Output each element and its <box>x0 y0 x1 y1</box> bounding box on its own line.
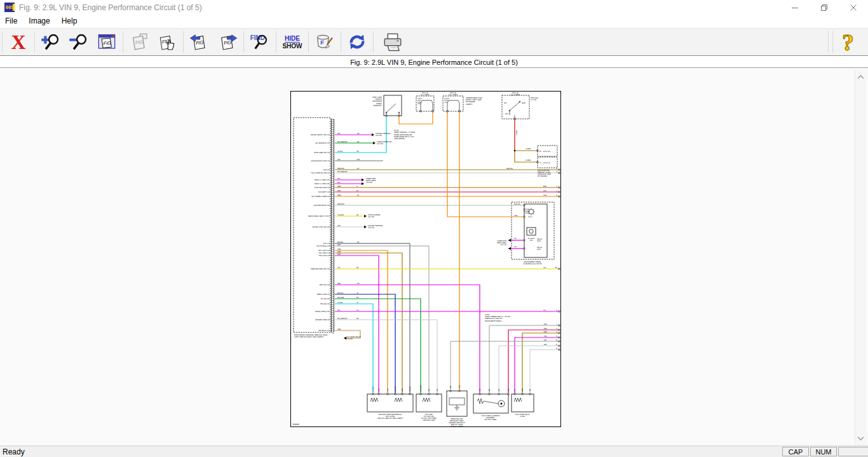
fit-figure-window-button[interactable]: FIG <box>93 30 121 54</box>
clean-view-button[interactable]: F <box>311 30 339 54</box>
svg-text:CRUISE ON/OFF SW C/R: CRUISE ON/OFF SW C/R <box>310 134 330 136</box>
zoom-out-icon <box>68 32 90 52</box>
svg-text:O2 SIG C/R: O2 SIG C/R <box>321 298 330 300</box>
svg-text:F: F <box>320 39 324 46</box>
find-icon: FIND <box>248 32 272 52</box>
svg-text:EST BYPASS C/R: EST BYPASS C/R <box>316 245 330 247</box>
svg-text:CRUISE CTRL SIG C/R: CRUISE CTRL SIG C/R <box>312 226 330 228</box>
svg-text:GRY: GRY <box>544 324 548 325</box>
minimize-icon <box>789 2 801 13</box>
help-button[interactable]: ? <box>835 30 863 54</box>
next-figure-button[interactable]: FIG <box>214 30 241 54</box>
svg-text:B8: B8 <box>356 297 359 299</box>
scroll-up-arrow-icon[interactable] <box>855 71 866 82</box>
toolbar-separator <box>34 31 35 53</box>
svg-text:ECM IGN: ECM IGN <box>543 151 550 153</box>
svg-text:DIST/EST IGNITION MODULE(4P) (: DIST/EST IGNITION MODULE(4P) (B-PIN)(ON … <box>377 414 403 419</box>
toolbar-separator <box>243 31 244 53</box>
num-lock-indicator: NUM <box>810 447 837 456</box>
previous-figure-button[interactable]: FIG <box>186 30 214 54</box>
svg-text:WH/BK: WH/BK <box>337 242 343 243</box>
refresh-icon <box>346 32 368 52</box>
svg-text:BRN: BRN <box>337 251 341 253</box>
refresh-button[interactable] <box>343 30 371 54</box>
svg-text:3 PNK: 3 PNK <box>516 130 518 135</box>
svg-text:A-D-B(ALDL CONNECTOR 22, 28 CA: A-D-B(ALDL CONNECTOR 22, 28 CAVUNDER LEF… <box>485 314 510 322</box>
wiring-diagram[interactable]: 30060CRUISE ON/OFF SW C/RA/C REQUEST C/R… <box>290 91 562 428</box>
copy-figure-button-disabled[interactable]: FIG <box>125 30 153 54</box>
svg-text:HOT ATALL TIMES: HOT ATALL TIMES <box>449 92 458 96</box>
figure-window-icon: FIG <box>96 32 118 52</box>
svg-text:EST UNITFR-2 DR (4P)AT LEFT FR: EST UNITFR-2 DR (4P)AT LEFT FRT FNDR(ON … <box>421 414 437 421</box>
find-button[interactable]: FIND <box>246 30 274 54</box>
svg-text:BRN: BRN <box>337 186 341 188</box>
svg-text:4 BRN: 4 BRN <box>526 148 531 150</box>
svg-text:TO BULKHEAD212 HA: TO BULKHEAD212 HA <box>367 214 380 218</box>
svg-text:GRY: GRY <box>450 385 452 388</box>
figure-next-icon: FIG <box>217 32 238 52</box>
svg-text:LT BLU: LT BLU <box>337 151 343 153</box>
document-viewport[interactable]: 30060CRUISE ON/OFF SW C/RA/C REQUEST C/R… <box>0 68 868 446</box>
scroll-down-arrow-icon[interactable] <box>855 433 866 444</box>
close-button[interactable] <box>839 0 868 15</box>
svg-text:+B: +B <box>356 194 359 196</box>
status-message: Ready <box>0 447 25 456</box>
svg-text:BRN/WH: BRN/WH <box>337 203 344 205</box>
svg-text:GRY: GRY <box>337 225 341 227</box>
svg-text:YEL/BLK: YEL/BLK <box>337 214 344 216</box>
close-figure-button[interactable]: X <box>4 30 32 54</box>
svg-text:BLK: BLK <box>337 159 341 161</box>
pan-figure-button[interactable]: FIG <box>153 30 181 54</box>
svg-text:FIG: FIG <box>103 40 111 46</box>
app-icon: 005 <box>4 3 15 12</box>
svg-text:FIG: FIG <box>223 39 232 46</box>
svg-text:INSTRUMENT PANELCLUSTER C212 H: INSTRUMENT PANELCLUSTER C212 HA FQ <box>523 261 541 265</box>
svg-text:ORG: ORG <box>337 194 341 196</box>
minimize-button[interactable] <box>780 0 810 15</box>
svg-text:HOT ATALL TIMES: HOT ATALL TIMES <box>511 92 520 96</box>
hide-show-button[interactable]: HIDE SHOW <box>278 30 306 54</box>
svg-text:DK GRN: DK GRN <box>337 297 344 299</box>
svg-text:SENSOR GND C/R: SENSOR GND C/R <box>315 319 330 321</box>
svg-text:SERIALDATA: SERIALDATA <box>537 238 543 242</box>
help-question-icon: ? <box>838 31 860 53</box>
svg-text:CH: CH <box>356 310 359 311</box>
toolbar-separator <box>832 31 833 53</box>
svg-text:DK GRN: DK GRN <box>420 385 422 392</box>
zoom-in-button[interactable] <box>37 30 65 54</box>
svg-text:ORG: ORG <box>459 385 461 388</box>
svg-text:OFF: OFF <box>504 102 508 104</box>
print-button[interactable] <box>376 30 410 54</box>
toolbar-separator <box>308 31 309 53</box>
caps-lock-indicator: CAP <box>782 447 809 456</box>
hide-show-label: HIDE SHOW <box>282 35 302 50</box>
svg-text:PNK: PNK <box>479 388 481 392</box>
svg-text:KNOCK SEN C/R: KNOCK SEN C/R <box>316 294 330 296</box>
svg-text:MAP SIG C/R: MAP SIG C/R <box>320 284 330 286</box>
figure-hand-icon: FIG <box>156 32 178 52</box>
svg-text:PARK/NEUTRAL SW C/R: PARK/NEUTRAL SW C/R <box>311 268 330 270</box>
svg-text:DK GRN/WH: DK GRN/WH <box>337 171 348 173</box>
menu-help[interactable]: Help <box>56 15 83 27</box>
svg-text:A/C REQUEST C/R: A/C REQUEST C/R <box>315 142 330 144</box>
svg-text:MANIFOLD AIRPRESSURE (MAP)SENS: MANIFOLD AIRPRESSURE (MAP)SENSOR (ON RIG… <box>449 418 465 428</box>
restore-button[interactable] <box>810 0 839 15</box>
svg-text:ECM IGN: ECM IGN <box>543 162 550 164</box>
svg-text:PPL: PPL <box>514 388 516 392</box>
toolbar-separator <box>373 31 374 53</box>
svg-text:BRN: BRN <box>522 388 524 392</box>
svg-text:?: ? <box>842 31 853 53</box>
svg-text:STOP LAMP SW C/R: STOP LAMP SW C/R <box>314 152 330 154</box>
zoom-out-button[interactable] <box>65 30 93 54</box>
svg-text:SERVICEENGINESOON: SERVICEENGINESOON <box>523 208 530 214</box>
svg-text:DK GRN/WH: DK GRN/WH <box>337 318 348 320</box>
svg-text:IGN/GAUGES FUSE C/R: IGN/GAUGES FUSE C/R <box>311 160 330 162</box>
menu-image[interactable]: Image <box>23 15 55 27</box>
svg-text:BRN/WH: BRN/WH <box>514 203 520 205</box>
menu-file[interactable]: File <box>0 15 23 27</box>
toolbar-separator <box>183 31 184 53</box>
svg-text:DK GRN/WH: DK GRN/WH <box>337 141 348 143</box>
title-bar: 005 Fig. 9: 2.9L VIN 9, Engine Performan… <box>0 0 868 15</box>
svg-text:FUEL PUMP RELAY(2-DR): FUEL PUMP RELAY(2-DR) <box>515 414 530 418</box>
vertical-scrollbar[interactable] <box>855 70 866 445</box>
